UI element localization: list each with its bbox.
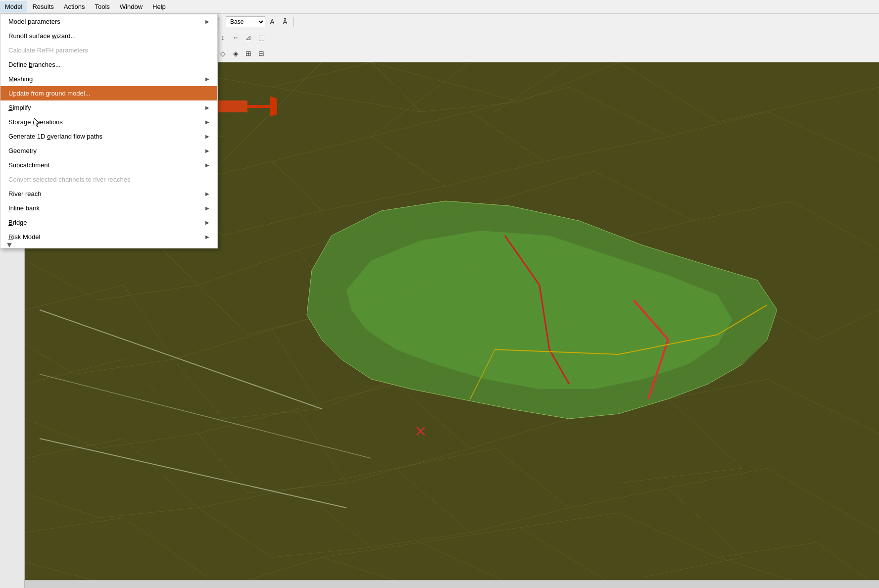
menu-item-simplify[interactable]: Simplify ▶ xyxy=(0,100,217,115)
base-dropdown[interactable]: Base xyxy=(226,16,265,27)
menu-item-label: Simplify xyxy=(8,104,31,111)
tb-btn-17[interactable]: A xyxy=(266,16,278,28)
menu-item-label: Generate 1D overland flow paths xyxy=(8,133,102,140)
menu-item-generate-1d[interactable]: Generate 1D overland flow paths ▶ xyxy=(0,129,217,144)
menu-item-label: Geometry xyxy=(8,147,37,154)
tb3-btn-19[interactable]: ⊞ xyxy=(243,48,254,59)
submenu-arrow-subcatch: ▶ xyxy=(205,162,209,168)
dropdown-menu: Model parameters ▶ Runoff surface wizard… xyxy=(0,14,218,248)
menu-item-meshing[interactable]: Meshing ▶ xyxy=(0,72,217,86)
menu-item-runoff-surface[interactable]: Runoff surface wizard... xyxy=(0,29,217,43)
submenu-arrow-bridge: ▶ xyxy=(205,220,209,225)
menu-item-storage-operations[interactable]: Storage operations ▶ xyxy=(0,115,217,129)
tb2-btn-18[interactable]: ↔ xyxy=(230,32,242,44)
tb3-btn-17[interactable]: ◇ xyxy=(217,48,229,59)
menu-item-river-reach[interactable]: River reach ▶ xyxy=(0,187,217,201)
menu-item-label: Model parameters xyxy=(8,18,60,25)
menu-model[interactable]: Model xyxy=(0,1,27,12)
menu-item-bridge[interactable]: Bridge ▶ xyxy=(0,215,217,230)
menu-item-label: Meshing xyxy=(8,75,33,83)
menu-item-label: Convert selected channels to river reach… xyxy=(8,176,130,183)
submenu-arrow-generate: ▶ xyxy=(205,134,209,139)
tb-sep-4 xyxy=(223,17,223,27)
menubar: Model Results Actions Tools Window Help xyxy=(0,0,879,14)
tb-btn-18[interactable]: Ā xyxy=(279,16,291,28)
submenu-arrow-simplify: ▶ xyxy=(205,105,209,110)
menu-item-label: Bridge xyxy=(8,219,27,226)
menu-help[interactable]: Help xyxy=(147,1,171,12)
submenu-arrow-meshing: ▶ xyxy=(205,76,209,82)
tb2-btn-17[interactable]: ↕ xyxy=(217,32,229,44)
tb3-btn-18[interactable]: ◈ xyxy=(230,48,242,59)
menu-item-define-branches[interactable]: Define branches... xyxy=(0,57,217,72)
menu-item-inline-bank[interactable]: Inline bank ▶ xyxy=(0,201,217,215)
menu-item-label: Update from ground model... xyxy=(8,90,90,97)
menu-item-model-parameters[interactable]: Model parameters ▶ xyxy=(0,14,217,29)
tb3-btn-20[interactable]: ⊟ xyxy=(255,48,267,59)
menu-item-label: Subcatchment xyxy=(8,161,49,169)
menu-actions[interactable]: Actions xyxy=(59,1,90,12)
menu-item-subcatchment[interactable]: Subcatchment ▶ xyxy=(0,158,217,172)
menu-item-geometry[interactable]: Geometry ▶ xyxy=(0,144,217,158)
tb2-btn-19[interactable]: ⊿ xyxy=(243,32,254,44)
tb-sep-5 xyxy=(293,17,294,27)
menu-tools[interactable]: Tools xyxy=(90,1,114,12)
menu-item-label: Inline bank xyxy=(8,204,40,212)
submenu-arrow-storage: ▶ xyxy=(205,119,209,125)
tb2-btn-20[interactable]: ⬚ xyxy=(255,32,267,44)
menu-item-label: Calculate ReFH parameters xyxy=(8,47,88,54)
submenu-arrow-river: ▶ xyxy=(205,191,209,196)
menu-item-label: River reach xyxy=(8,190,41,197)
submenu-arrow-geometry: ▶ xyxy=(205,148,209,153)
bottom-scrollbar[interactable] xyxy=(25,580,879,588)
menu-results[interactable]: Results xyxy=(27,1,58,12)
menu-item-update-ground-model[interactable]: Update from ground model... xyxy=(0,86,217,100)
menu-item-risk-model[interactable]: Risk Model ▶ xyxy=(0,230,217,244)
menu-item-label: Storage operations xyxy=(8,118,63,126)
submenu-arrow-risk: ▶ xyxy=(205,234,209,240)
menu-item-label: Runoff surface wizard... xyxy=(8,32,76,40)
submenu-arrow: ▶ xyxy=(205,19,209,24)
submenu-arrow-inline: ▶ xyxy=(205,205,209,211)
menu-item-label: Define branches... xyxy=(8,61,61,68)
menu-item-label: Risk Model xyxy=(8,233,40,241)
menu-window[interactable]: Window xyxy=(115,1,147,12)
menu-item-calculate-refh: Calculate ReFH parameters xyxy=(0,43,217,57)
menu-item-convert-channels: Convert selected channels to river reach… xyxy=(0,172,217,187)
